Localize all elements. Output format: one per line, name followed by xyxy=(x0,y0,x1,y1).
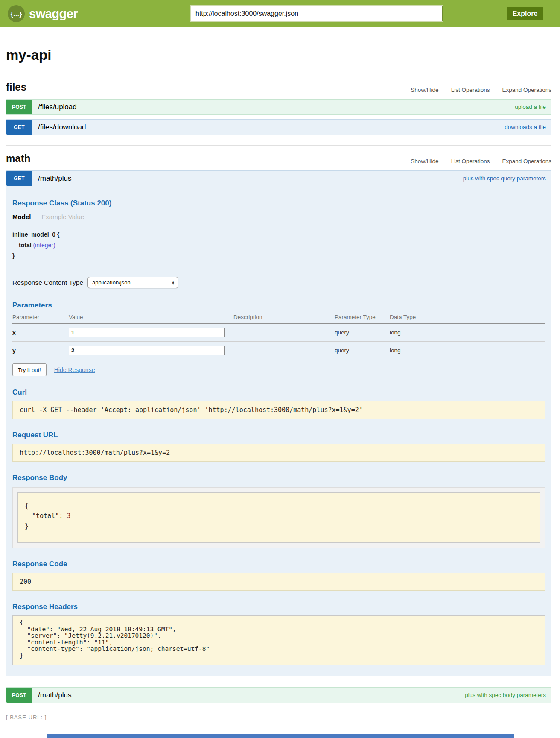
expand-operations-link[interactable]: Expand Operations xyxy=(502,158,551,164)
section-header-math: math Show/Hide List Operations Expand Op… xyxy=(6,152,551,164)
parameters-heading: Parameters xyxy=(12,301,545,310)
swagger-logo-icon: {…} xyxy=(8,5,25,22)
list-operations-link[interactable]: List Operations xyxy=(451,158,490,164)
col-header-parameter-type: Parameter Type xyxy=(335,312,390,323)
link-separator xyxy=(496,87,496,93)
section-header-files: files Show/Hide List Operations Expand O… xyxy=(6,81,551,93)
base-url-label: [ BASE URL: ] xyxy=(6,714,551,720)
operation-path[interactable]: /math/plus xyxy=(38,174,71,183)
param-type: query xyxy=(335,323,390,342)
operation-summary[interactable]: upload a file xyxy=(515,104,546,110)
json-open-brace: { xyxy=(25,501,533,511)
response-body-json: { "total": 3 } xyxy=(18,492,540,543)
link-separator xyxy=(445,158,445,164)
http-method-badge: POST xyxy=(6,100,32,114)
operation-row-get-math-plus[interactable]: GET /math/plus plus with spec query para… xyxy=(6,170,551,186)
response-content-type-select[interactable]: application/json ▲▼ xyxy=(88,277,178,288)
parameters-table: Parameter Value Description Parameter Ty… xyxy=(12,312,545,359)
bottom-bar xyxy=(47,734,514,738)
show-hide-link[interactable]: Show/Hide xyxy=(411,87,438,93)
select-value: application/json xyxy=(92,279,131,286)
model-property-type: (integer) xyxy=(33,242,55,249)
swagger-logo-text: swagger xyxy=(29,7,78,21)
col-header-data-type: Data Type xyxy=(390,312,545,323)
param-description xyxy=(233,323,335,342)
swagger-url-input[interactable] xyxy=(191,6,443,21)
list-operations-link[interactable]: List Operations xyxy=(451,87,490,93)
col-header-parameter: Parameter xyxy=(12,312,69,323)
json-close-brace: } xyxy=(25,521,533,531)
link-separator xyxy=(445,87,445,93)
model-signature: inline_model_0 { total (integer) } xyxy=(12,229,545,261)
operation-path[interactable]: /files/download xyxy=(38,123,86,132)
tab-example-value[interactable]: Example Value xyxy=(41,213,84,220)
section-title-math[interactable]: math xyxy=(6,152,30,164)
tab-separator xyxy=(36,211,36,222)
section-divider xyxy=(6,145,551,146)
swagger-logo[interactable]: {…} swagger xyxy=(8,5,78,22)
http-method-badge: GET xyxy=(6,120,32,135)
tab-model[interactable]: Model xyxy=(12,213,31,220)
json-key: "total": xyxy=(32,512,67,520)
param-name: x xyxy=(12,329,16,336)
param-type: query xyxy=(335,342,390,360)
param-description xyxy=(233,342,335,360)
http-method-badge: POST xyxy=(6,688,32,703)
param-value-input-x[interactable] xyxy=(69,328,225,337)
response-headers-box: { "date": "Wed, 22 Aug 2018 18:49:13 GMT… xyxy=(12,615,545,665)
model-name: inline_model_0 { xyxy=(12,229,545,240)
select-arrows-icon: ▲▼ xyxy=(172,281,175,285)
hide-response-link[interactable]: Hide Response xyxy=(54,366,95,373)
response-body-heading: Response Body xyxy=(12,474,545,482)
top-header-bar: {…} swagger Explore xyxy=(0,0,560,27)
col-header-description: Description xyxy=(233,312,335,323)
request-url-box: http://localhost:3000/math/plus?x=1&y=2 xyxy=(12,444,545,462)
curl-heading: Curl xyxy=(12,388,545,397)
model-property-name: total xyxy=(19,242,32,249)
http-method-badge: GET xyxy=(6,171,32,186)
json-value: 3 xyxy=(67,512,70,520)
explore-button[interactable]: Explore xyxy=(507,7,543,20)
response-code-box: 200 xyxy=(12,573,545,591)
expand-operations-link[interactable]: Expand Operations xyxy=(502,87,551,93)
response-headers-heading: Response Headers xyxy=(12,603,545,611)
param-value-input-y[interactable] xyxy=(69,346,225,355)
request-url-heading: Request URL xyxy=(12,431,545,439)
show-hide-link[interactable]: Show/Hide xyxy=(411,158,438,164)
operation-path[interactable]: /math/plus xyxy=(38,691,71,700)
operation-summary[interactable]: downloads a file xyxy=(505,124,546,130)
curl-command-box: curl -X GET --header 'Accept: applicatio… xyxy=(12,401,545,419)
operation-row-post-files-upload[interactable]: POST /files/upload upload a file xyxy=(6,99,551,115)
operation-path[interactable]: /files/upload xyxy=(38,103,77,111)
param-row-x: x query long xyxy=(12,323,545,342)
response-content-type-label: Response Content Type xyxy=(12,279,83,287)
operation-summary[interactable]: plus with spec body parameters xyxy=(465,692,546,698)
operation-summary[interactable]: plus with spec query parameters xyxy=(463,175,546,182)
response-class-heading: Response Class (Status 200) xyxy=(12,199,545,208)
model-tabs: Model Example Value xyxy=(12,211,545,222)
param-data-type: long xyxy=(390,342,545,360)
param-data-type: long xyxy=(390,323,545,342)
operation-row-get-files-download[interactable]: GET /files/download downloads a file xyxy=(6,119,551,135)
operation-detail-panel: Response Class (Status 200) Model Exampl… xyxy=(6,186,551,676)
response-body-container: { "total": 3 } xyxy=(12,487,545,548)
section-title-files[interactable]: files xyxy=(6,81,26,93)
model-close-brace: } xyxy=(12,251,545,261)
page-title: my-api xyxy=(6,47,551,63)
col-header-value: Value xyxy=(69,312,233,323)
param-row-y: y query long xyxy=(12,342,545,360)
response-code-heading: Response Code xyxy=(12,560,545,568)
response-headers-json: { "date": "Wed, 22 Aug 2018 18:49:13 GMT… xyxy=(20,619,538,659)
link-separator xyxy=(496,158,496,164)
operation-row-post-math-plus[interactable]: POST /math/plus plus with spec body para… xyxy=(6,687,551,703)
param-name: y xyxy=(12,347,16,354)
try-it-out-button[interactable]: Try it out! xyxy=(12,363,47,376)
